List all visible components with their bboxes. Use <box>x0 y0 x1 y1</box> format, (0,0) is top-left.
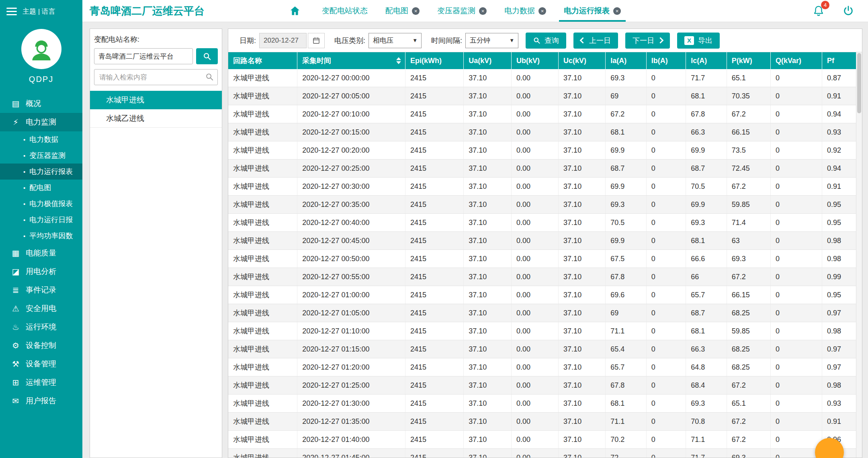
table-row[interactable]: 水城甲进线2020-12-27 01:05:00241537.100.0037.… <box>228 304 856 322</box>
tab-close-icon[interactable]: × <box>538 7 546 15</box>
export-button[interactable]: X 导出 <box>677 33 720 49</box>
column-header-label: Ib(A) <box>651 57 668 65</box>
table-row[interactable]: 水城甲进线2020-12-27 01:30:00241537.100.0037.… <box>228 395 856 413</box>
date-input[interactable]: 2020-12-27 <box>259 33 307 48</box>
table-cell: 2415 <box>405 358 463 376</box>
table-row[interactable]: 水城甲进线2020-12-27 00:40:00241537.100.0037.… <box>228 214 856 232</box>
theme-language-switch[interactable]: 主题 | 语言 <box>23 7 55 16</box>
table-cell: 67.5 <box>606 250 647 268</box>
sidebar-item[interactable]: ⚠安全用电 <box>0 299 82 318</box>
table-row[interactable]: 水城甲进线2020-12-27 01:15:00241537.100.0037.… <box>228 340 856 358</box>
logout-button[interactable] <box>842 5 854 17</box>
table-row[interactable]: 水城甲进线2020-12-27 01:25:00241537.100.0037.… <box>228 376 856 395</box>
menu-toggle-icon[interactable] <box>6 8 17 15</box>
header-tab[interactable]: 变压器监测× <box>428 0 495 22</box>
sidebar-item[interactable]: ⚙设备控制 <box>0 336 82 355</box>
table-row[interactable]: 水城甲进线2020-12-27 00:10:00241537.100.0037.… <box>228 105 856 123</box>
table-row[interactable]: 水城甲进线2020-12-27 01:10:00241537.100.0037.… <box>228 322 856 340</box>
sidebar-item[interactable]: ◪用电分析 <box>0 262 82 281</box>
interval-select[interactable]: 五分钟 ▼ <box>465 33 518 48</box>
table-row[interactable]: 水城甲进线2020-12-27 01:35:00241537.100.0037.… <box>228 413 856 431</box>
sidebar-item[interactable]: ≣事件记录 <box>0 281 82 299</box>
vertical-scrollbar[interactable] <box>856 52 862 458</box>
column-header-label: Q(kVar) <box>776 57 801 65</box>
table-cell: 67.2 <box>727 178 770 196</box>
table-row[interactable]: 水城甲进线2020-12-27 01:45:00241537.100.0037.… <box>228 449 856 458</box>
sidebar-item[interactable]: ✉用户报告 <box>0 392 82 410</box>
electrical-safety-icon: ⚠ <box>10 304 21 313</box>
sidebar-item[interactable]: •配电图 <box>0 180 82 196</box>
column-header: Ia(A) <box>606 52 647 69</box>
table-cell: 64.8 <box>686 358 727 376</box>
table-row[interactable]: 水城甲进线2020-12-27 00:30:00241537.100.0037.… <box>228 178 856 196</box>
table-cell: 0.00 <box>511 123 558 141</box>
notifications-button[interactable]: 4 <box>813 4 825 17</box>
table-cell: 2415 <box>405 214 463 232</box>
table-row[interactable]: 水城甲进线2020-12-27 00:35:00241537.100.0037.… <box>228 196 856 214</box>
column-header-label: Ia(A) <box>610 57 626 65</box>
table-row[interactable]: 水城甲进线2020-12-27 00:00:00241537.100.0037.… <box>228 69 856 87</box>
sidebar-item[interactable]: ⊞运维管理 <box>0 373 82 392</box>
station-name-input[interactable]: 青岛啤酒二厂运维云平台 <box>94 48 193 64</box>
station-search-button[interactable] <box>196 48 218 64</box>
voltage-type-select[interactable]: 相电压 ▼ <box>368 33 422 48</box>
table-cell: 0 <box>770 250 822 268</box>
sidebar-item[interactable]: ▤概况 <box>0 94 82 113</box>
header-tab[interactable]: 电力数据× <box>495 0 555 22</box>
table-cell: 68.7 <box>686 159 727 178</box>
tab-close-icon[interactable]: × <box>412 7 420 15</box>
table-cell: 37.10 <box>464 250 512 268</box>
sort-icon[interactable] <box>396 57 401 64</box>
header-tab[interactable]: 配电图× <box>377 0 428 22</box>
sort-down-icon <box>396 61 401 64</box>
sidebar-item[interactable]: ▦电能质量 <box>0 244 82 262</box>
table-row[interactable]: 水城甲进线2020-12-27 00:55:00241537.100.0037.… <box>228 268 856 286</box>
home-button[interactable] <box>289 5 301 16</box>
table-row[interactable]: 水城甲进线2020-12-27 01:00:00241537.100.0037.… <box>228 286 856 304</box>
sidebar-item-label: 电能质量 <box>26 248 56 258</box>
query-button[interactable]: 查询 <box>526 33 566 49</box>
sidebar-item[interactable]: •电力极值报表 <box>0 196 82 212</box>
table-cell: 37.10 <box>464 123 512 141</box>
sidebar-item[interactable]: •电力运行日报 <box>0 212 82 228</box>
sidebar-item[interactable]: •变压器监测 <box>0 147 82 164</box>
table-cell: 0 <box>646 159 686 178</box>
tab-close-icon[interactable]: × <box>479 7 487 15</box>
table-cell: 0.00 <box>511 395 558 413</box>
sidebar-item[interactable]: ⚒设备管理 <box>0 355 82 373</box>
scrollbar-thumb[interactable] <box>857 53 861 113</box>
table-row[interactable]: 水城甲进线2020-12-27 00:20:00241537.100.0037.… <box>228 141 856 159</box>
sidebar-item[interactable]: •电力运行报表 <box>0 164 82 180</box>
column-header[interactable]: 采集时间 <box>297 52 405 69</box>
table-cell: 水城甲进线 <box>228 178 297 196</box>
line-item[interactable]: 水城甲进线 <box>90 91 222 109</box>
line-item[interactable]: 水城乙进线 <box>90 109 222 128</box>
header-tab[interactable]: 变配电站状态 <box>313 0 377 22</box>
table-row[interactable]: 水城甲进线2020-12-27 00:15:00241537.100.0037.… <box>228 123 856 141</box>
header-tab[interactable]: 电力运行报表× <box>555 0 630 22</box>
date-label: 日期: <box>240 36 256 45</box>
next-day-button[interactable]: 下一日 <box>625 33 670 49</box>
sidebar-item[interactable]: •电力数据 <box>0 131 82 147</box>
calendar-button[interactable] <box>308 33 325 48</box>
table-row[interactable]: 水城甲进线2020-12-27 00:05:00241537.100.0037.… <box>228 87 856 105</box>
table-row[interactable]: 水城甲进线2020-12-27 00:50:00241537.100.0037.… <box>228 250 856 268</box>
sidebar-item[interactable]: ♨运行环境 <box>0 318 82 336</box>
topbar: 青岛啤酒二厂运维云平台 变配电站状态配电图×变压器监测×电力数据×电力运行报表×… <box>82 0 868 22</box>
sidebar-item[interactable]: ⚡电力监测 <box>0 113 82 131</box>
tab-close-icon[interactable]: × <box>613 7 621 15</box>
table-row[interactable]: 水城甲进线2020-12-27 01:40:00241537.100.0037.… <box>228 431 856 449</box>
table-cell: 2415 <box>405 196 463 214</box>
table-cell: 0.91 <box>822 87 856 105</box>
table-row[interactable]: 水城甲进线2020-12-27 00:25:00241537.100.0037.… <box>228 159 856 178</box>
table-cell: 2020-12-27 00:25:00 <box>297 159 405 178</box>
table-cell: 37.10 <box>559 196 606 214</box>
previous-day-button[interactable]: 上一日 <box>573 33 618 49</box>
table-row[interactable]: 水城甲进线2020-12-27 00:45:00241537.100.0037.… <box>228 232 856 250</box>
table-cell: 0.99 <box>822 268 856 286</box>
table-row[interactable]: 水城甲进线2020-12-27 01:20:00241537.100.0037.… <box>228 358 856 376</box>
line-filter-input[interactable]: 请输入检索内容 <box>94 69 218 85</box>
table-cell: 69 <box>606 87 647 105</box>
table-cell: 0.94 <box>822 159 856 178</box>
sidebar-item[interactable]: •平均功率因数 <box>0 228 82 244</box>
